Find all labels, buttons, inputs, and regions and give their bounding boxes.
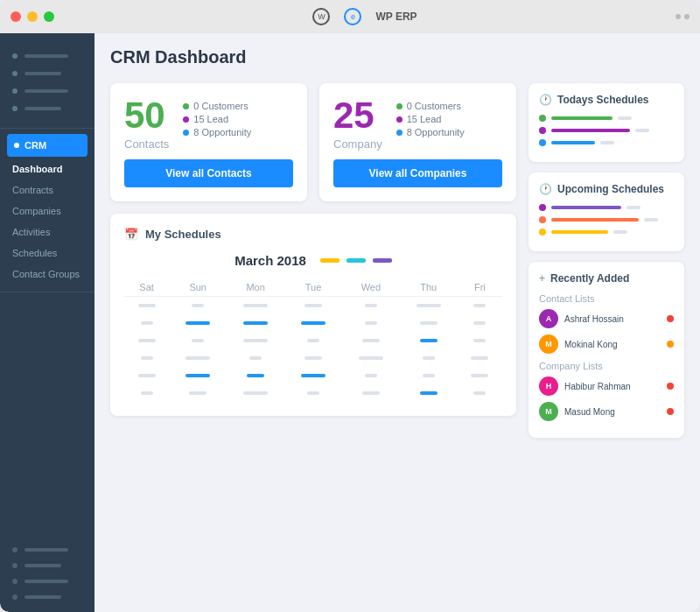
close-button[interactable] — [10, 11, 21, 22]
contacts-details: 0 Customers 15 Lead 8 Opportunity — [183, 101, 251, 137]
sidebar-top-item-4[interactable] — [0, 100, 94, 117]
sidebar-item-contracts[interactable]: Contracts — [0, 179, 94, 200]
upcoming-dot-1 — [539, 204, 546, 211]
calendar-header: March 2018 — [124, 253, 502, 268]
avatar-ashraf: A — [539, 309, 558, 328]
contact-badge-2 — [667, 341, 674, 348]
company-name-masud: Masud Mong — [564, 407, 661, 417]
view-all-companies-button[interactable]: View all Companies — [333, 159, 502, 187]
lead-dot — [183, 116, 189, 123]
co-customers-dot — [396, 103, 402, 109]
sidebar-nav: Dashboard Contracts Companies Activities… — [0, 158, 94, 285]
cal-cell — [473, 321, 486, 325]
cal-row-5 — [124, 367, 502, 384]
sidebar-item-schedules[interactable]: Schedules — [0, 243, 94, 264]
cal-cell — [365, 374, 377, 377]
todays-line-1 — [551, 116, 612, 120]
sidebar-item-activities[interactable]: Activities — [0, 222, 94, 243]
sidebar-top-item-1[interactable] — [0, 47, 94, 65]
co-opportunity-dot — [396, 130, 402, 136]
sidebar-divider — [0, 128, 94, 129]
clock-icon-2: 🕐 — [539, 183, 552, 195]
cal-cell — [473, 304, 486, 307]
sidebar-bottom-1[interactable] — [0, 542, 94, 558]
companies-number-wrapper: 25 Company — [333, 97, 382, 151]
upcoming-short-1 — [626, 206, 640, 209]
cal-row-2 — [124, 314, 502, 332]
recently-contact-1[interactable]: A Ashraf Hossain — [539, 309, 674, 328]
recently-company-1[interactable]: H Habibur Rahman — [539, 376, 674, 396]
todays-line-short-2 — [635, 129, 649, 132]
contacts-stat-top: 50 Contacts 0 Customers — [124, 97, 293, 151]
recently-contact-2[interactable]: M Mokinal Kong — [539, 334, 674, 354]
upcoming-line-1 — [551, 206, 621, 209]
todays-line-short-3 — [600, 141, 614, 144]
view-all-contacts-button[interactable]: View all Contacts — [124, 159, 293, 187]
recently-company-2[interactable]: M Masud Mong — [539, 402, 674, 421]
sidebar-line — [24, 89, 68, 93]
cal-header-sat: Sat — [124, 278, 169, 297]
companies-customers: 0 Customers — [396, 101, 465, 111]
co-lead-dot — [396, 116, 402, 123]
bottom-line — [24, 564, 61, 567]
cal-cell — [243, 391, 268, 395]
plus-icon: + — [539, 272, 545, 285]
sidebar-top-item-2[interactable] — [0, 65, 94, 82]
cal-cell — [138, 374, 156, 377]
sidebar-line — [24, 54, 68, 58]
upcoming-short-2 — [644, 218, 658, 222]
sidebar-top-menu — [0, 40, 94, 124]
cal-cell — [362, 391, 380, 395]
cal-cell — [189, 391, 206, 395]
sidebar-item-dashboard[interactable]: Dashboard — [0, 158, 94, 179]
maximize-button[interactable] — [44, 11, 54, 22]
cal-cell — [416, 304, 441, 307]
cal-cell — [362, 339, 380, 342]
titlebar-controls — [676, 14, 690, 19]
contact-lists-label: Contact Lists — [539, 293, 674, 304]
cal-cell — [192, 339, 204, 342]
erp-logo: e — [344, 8, 361, 25]
sidebar-line — [24, 107, 61, 110]
main-content: CRM Dashboard 50 Contacts — [94, 33, 700, 612]
cal-row-3 — [124, 332, 502, 349]
sidebar-bottom-3[interactable] — [0, 573, 94, 589]
crm-label: CRM — [24, 140, 46, 151]
todays-row-3 — [539, 139, 674, 146]
legend-yellow — [320, 258, 340, 263]
sidebar-top-item-3[interactable] — [0, 82, 94, 100]
todays-row-1 — [539, 115, 674, 122]
companies-stat-top: 25 Company 0 Customers — [333, 97, 502, 151]
cal-cell — [243, 339, 268, 342]
right-col: 🕐 Todays Schedules — [528, 83, 684, 438]
dot2 — [684, 14, 690, 19]
sidebar-item-companies[interactable]: Companies — [0, 200, 94, 222]
todays-dot-2 — [539, 127, 546, 134]
todays-row-2 — [539, 127, 674, 134]
titlebar: W e WP ERP — [0, 0, 700, 33]
bottom-line — [24, 548, 68, 552]
sidebar-item-contact-groups[interactable]: Contact Groups — [0, 264, 94, 285]
contacts-number-wrapper: 50 Contacts — [124, 97, 169, 151]
sidebar-dot — [12, 71, 18, 76]
sidebar-bottom-4[interactable] — [0, 589, 94, 605]
minimize-button[interactable] — [27, 11, 38, 22]
todays-schedules-card: 🕐 Todays Schedules — [528, 83, 684, 162]
cal-cell — [186, 356, 210, 360]
upcoming-line-3 — [551, 230, 608, 234]
cal-cell — [365, 304, 377, 307]
calendar-table: Sat Sun Mon Tue Wed Thu Fri — [124, 278, 502, 402]
contacts-label: Contacts — [124, 137, 169, 151]
cal-cell — [249, 356, 262, 360]
sidebar-item-crm[interactable]: CRM — [7, 134, 88, 157]
companies-number: 25 — [333, 97, 382, 134]
sidebar-dot — [12, 88, 18, 94]
cal-cell — [307, 339, 319, 342]
cal-header-thu: Thu — [400, 278, 458, 297]
companies-details: 0 Customers 15 Lead 8 Opportunity — [396, 101, 465, 137]
sidebar-bottom-2[interactable] — [0, 558, 94, 573]
titlebar-center: W e WP ERP — [60, 8, 669, 25]
bottom-line — [24, 595, 61, 599]
stats-row: 50 Contacts 0 Customers — [110, 83, 516, 201]
cal-cell — [138, 304, 156, 307]
